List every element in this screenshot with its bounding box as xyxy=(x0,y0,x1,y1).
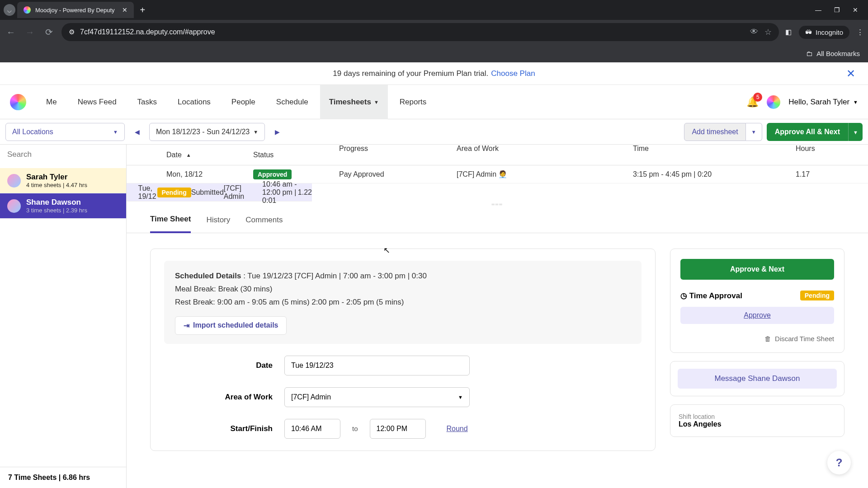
user-menu[interactable]: Hello, Sarah Tyler ▼ xyxy=(788,98,858,107)
browser-tab[interactable]: Moodjoy - Powered By Deputy ✕ xyxy=(17,2,134,18)
app-logo-icon[interactable] xyxy=(10,94,26,110)
employee-meta: 3 time sheets | 2.39 hrs xyxy=(26,207,87,214)
incognito-pill[interactable]: 🕶 Incognito xyxy=(799,26,849,39)
trial-banner: 19 days remaining of your Premium Plan t… xyxy=(0,62,868,85)
bookmark-star-icon[interactable]: ☆ xyxy=(764,27,772,37)
nav-schedule[interactable]: Schedule xyxy=(267,85,317,119)
scheduled-details-box: Scheduled Details : Tue 19/12/23 [7CF] A… xyxy=(164,261,642,344)
approve-all-button[interactable]: Approve All & Next xyxy=(767,123,848,141)
cell-time: 3:15 pm - 4:45 pm | 0:20 xyxy=(633,170,796,178)
nav-people[interactable]: People xyxy=(222,85,264,119)
nav-me[interactable]: Me xyxy=(37,85,66,119)
browser-menu-icon[interactable]: ⋮ xyxy=(857,28,863,36)
close-window-icon[interactable]: ✕ xyxy=(853,6,858,14)
nav-locations[interactable]: Locations xyxy=(169,85,220,119)
location-value: All Locations xyxy=(12,128,53,136)
cell-time: 10:46 am - 12:00 pm | 0:01 xyxy=(262,180,298,205)
col-time[interactable]: Time xyxy=(633,145,796,165)
date-range-picker[interactable]: Mon 18/12/23 - Sun 24/12/23 ▼ xyxy=(149,123,265,141)
prev-week-button[interactable]: ◀ xyxy=(129,123,145,141)
close-tab-icon[interactable]: ✕ xyxy=(122,6,127,14)
close-banner-icon[interactable]: ✕ xyxy=(846,67,855,80)
timesheet-row[interactable]: Tue, 19/12 Pending Submitted [7CF] Admin… xyxy=(127,183,312,202)
nav-news-feed[interactable]: News Feed xyxy=(69,85,126,119)
approve-all-menu[interactable]: ▼ xyxy=(848,123,863,141)
approve-button[interactable]: Approve xyxy=(680,307,834,324)
address-bar[interactable]: ⚙ 7cf47d19112152.na.deputy.com/#approve … xyxy=(61,23,779,41)
back-icon[interactable]: ← xyxy=(5,27,17,38)
detail-tabs: Time Sheet History Comments xyxy=(127,207,868,233)
date-range-value: Mon 18/12/23 - Sun 24/12/23 xyxy=(156,128,250,136)
add-timesheet-button[interactable]: Add timesheet xyxy=(684,123,745,141)
nav-tasks[interactable]: Tasks xyxy=(128,85,166,119)
maximize-icon[interactable]: ❐ xyxy=(834,6,840,14)
chevron-down-icon: ▼ xyxy=(853,99,858,105)
search-input[interactable] xyxy=(7,150,119,159)
tracking-icon[interactable]: 👁 xyxy=(750,27,758,37)
startfinish-label: Start/Finish xyxy=(164,424,273,433)
message-employee-button[interactable]: Message Shane Dawson xyxy=(678,369,837,389)
notif-count-badge: 5 xyxy=(753,93,762,102)
sched-label: Scheduled Details xyxy=(175,272,241,280)
cell-date: Mon, 18/12 xyxy=(163,170,253,178)
chevron-down-icon: ▼ xyxy=(458,394,463,400)
side-panel-icon[interactable]: ◧ xyxy=(785,28,792,36)
reload-icon[interactable]: ⟳ xyxy=(42,27,55,38)
cell-area: [7CF] Admin 🧑‍💼 xyxy=(457,170,633,178)
minimize-icon[interactable]: — xyxy=(815,6,821,14)
timesheet-row[interactable]: Mon, 18/12 Approved Pay Approved [7CF] A… xyxy=(127,165,868,183)
sched-line3: Rest Break: 9:00 am - 9:05 am (5 mins) 2… xyxy=(175,296,631,309)
trash-icon: 🗑 xyxy=(764,335,771,343)
help-fab-button[interactable]: ? xyxy=(827,451,851,474)
col-area[interactable]: Area of Work xyxy=(457,145,633,165)
chevron-down-icon: ▼ xyxy=(253,129,258,135)
toolbar: All Locations ▼ ◀ Mon 18/12/23 - Sun 24/… xyxy=(0,119,868,145)
approve-next-button[interactable]: Approve & Next xyxy=(680,259,834,280)
tab-timesheet[interactable]: Time Sheet xyxy=(150,207,191,233)
add-timesheet-menu[interactable]: ▼ xyxy=(746,123,762,141)
notifications-button[interactable]: 🔔 5 xyxy=(746,96,759,108)
import-scheduled-button[interactable]: ⇥ Import scheduled details xyxy=(175,316,287,335)
cell-hours: 1.17 xyxy=(796,170,850,178)
employee-item[interactable]: Shane Dawson 3 time sheets | 2.39 hrs xyxy=(0,193,126,219)
location-filter[interactable]: All Locations ▼ xyxy=(5,123,125,141)
chevron-down-icon: ▼ xyxy=(374,99,379,105)
all-bookmarks-button[interactable]: All Bookmarks xyxy=(816,50,860,57)
start-time-input[interactable] xyxy=(284,419,340,439)
sort-asc-icon: ▲ xyxy=(186,152,191,158)
import-icon: ⇥ xyxy=(184,321,189,330)
col-hours[interactable]: Hours xyxy=(796,145,850,165)
resize-handle[interactable]: ═══ xyxy=(127,202,868,207)
round-link[interactable]: Round xyxy=(447,425,468,433)
discard-button[interactable]: 🗑 Discard Time Sheet xyxy=(680,335,834,343)
site-settings-icon[interactable]: ⚙ xyxy=(69,28,75,36)
choose-plan-link[interactable]: Choose Plan xyxy=(491,69,535,78)
avatar-icon xyxy=(7,199,21,213)
timesheet-card: Scheduled Details : Tue 19/12/23 [7CF] A… xyxy=(150,249,656,451)
new-tab-button[interactable]: + xyxy=(136,5,150,15)
nav-timesheets[interactable]: Timesheets▼ xyxy=(320,85,388,119)
area-select[interactable]: [7CF] Admin ▼ xyxy=(284,387,470,407)
finish-time-input[interactable] xyxy=(370,419,426,439)
to-label: to xyxy=(352,425,358,432)
bookmarks-folder-icon: 🗀 xyxy=(806,50,813,57)
employee-meta: 4 time sheets | 4.47 hrs xyxy=(26,182,87,188)
date-input[interactable] xyxy=(284,356,470,375)
col-progress[interactable]: Progress xyxy=(339,145,457,165)
status-badge: Pending xyxy=(157,188,191,197)
col-status[interactable]: Status xyxy=(253,145,339,165)
employee-sidebar: Sarah Tyler 4 time sheets | 4.47 hrs Sha… xyxy=(0,145,127,488)
approval-status-badge: Pending xyxy=(800,291,834,300)
tab-title: Moodjoy - Powered By Deputy xyxy=(35,7,115,14)
col-date[interactable]: Date▲ xyxy=(163,145,253,165)
user-avatar-icon[interactable] xyxy=(767,95,780,109)
tab-history[interactable]: History xyxy=(206,207,230,233)
cell-area: [7CF] Admin xyxy=(224,184,262,201)
next-week-button[interactable]: ▶ xyxy=(269,123,285,141)
chevron-down-icon: ▼ xyxy=(751,129,756,135)
tab-comments[interactable]: Comments xyxy=(245,207,283,233)
top-nav: Me News Feed Tasks Locations People Sche… xyxy=(0,85,868,119)
nav-reports[interactable]: Reports xyxy=(391,85,436,119)
employee-item[interactable]: Sarah Tyler 4 time sheets | 4.47 hrs xyxy=(0,168,126,193)
sched-line2: Meal Break: Break (30 mins) xyxy=(175,283,631,296)
